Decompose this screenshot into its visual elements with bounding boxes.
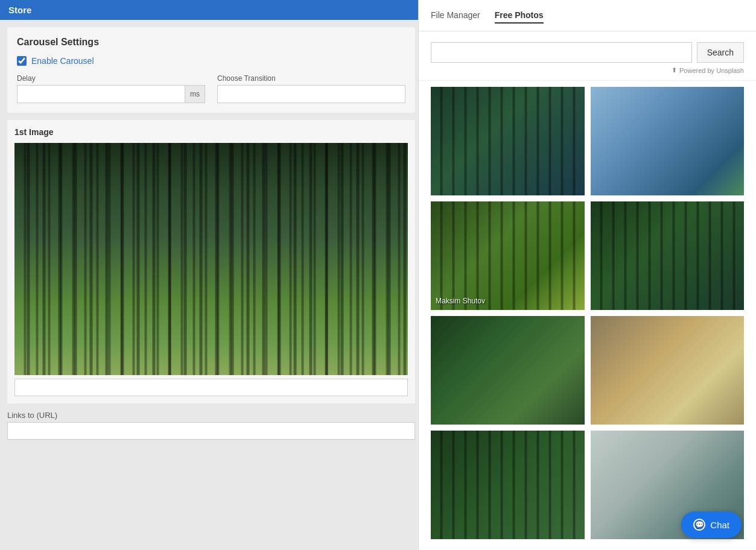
enable-carousel-label: Enable Carousel xyxy=(31,56,94,66)
photo-thumb-3[interactable]: Maksim Shutov xyxy=(431,201,585,310)
transition-label: Choose Transition xyxy=(217,74,405,83)
left-panel: Store Carousel Settings Enable Carousel … xyxy=(0,0,422,550)
enable-carousel-checkbox[interactable] xyxy=(17,56,27,66)
photo-thumb-5[interactable] xyxy=(431,316,585,425)
delay-transition-row: Delay 10000 ms Choose Transition fade xyxy=(17,74,405,103)
chat-icon: 💬 xyxy=(693,519,705,531)
search-input[interactable]: forest xyxy=(431,42,692,63)
first-image-section: 1st Image assets/images/Unsplash/unsplas… xyxy=(7,120,415,403)
photo-thumb-7[interactable] xyxy=(431,431,585,539)
top-bar: Store xyxy=(0,0,422,20)
image-path-input[interactable]: assets/images/Unsplash/unsplash_z_HDrTQx… xyxy=(14,379,408,396)
photo-author-3: Maksim Shutov xyxy=(436,297,485,305)
delay-field-group: Delay 10000 ms xyxy=(17,74,205,103)
search-row: forest Search xyxy=(431,42,744,63)
search-button[interactable]: Search xyxy=(697,42,744,63)
powered-by: ⬆ Powered by Unsplash xyxy=(431,66,744,74)
delay-suffix: ms xyxy=(185,86,205,103)
chat-label: Chat xyxy=(710,520,729,530)
photos-grid: Maksim Shutov xyxy=(419,81,756,550)
transition-input[interactable]: fade xyxy=(217,85,405,103)
links-to-label: Links to (URL) xyxy=(7,411,415,420)
transition-field-group: Choose Transition fade xyxy=(217,74,405,103)
header-tabs: File Manager Free Photos xyxy=(431,8,544,24)
photos-row-2: Maksim Shutov xyxy=(431,201,744,310)
photo-thumb-6[interactable] xyxy=(591,316,745,425)
enable-carousel-row: Enable Carousel xyxy=(17,56,405,66)
photo-thumb-1[interactable] xyxy=(431,87,585,195)
photo-thumb-4[interactable] xyxy=(591,201,745,310)
carousel-settings-section: Carousel Settings Enable Carousel Delay … xyxy=(7,27,415,113)
tab-file-manager[interactable]: File Manager xyxy=(431,8,480,24)
search-area: forest Search ⬆ Powered by Unsplash xyxy=(419,31,756,81)
tab-free-photos[interactable]: Free Photos xyxy=(495,8,544,24)
powered-by-text: Powered by Unsplash xyxy=(679,67,744,74)
image-preview[interactable] xyxy=(14,143,408,375)
photos-row-1 xyxy=(431,87,744,195)
right-header: File Manager Free Photos xyxy=(419,0,756,31)
photo-thumb-2[interactable] xyxy=(591,87,745,195)
upload-icon: ⬆ xyxy=(672,66,677,74)
right-panel: File Manager Free Photos forest Search ⬆… xyxy=(418,0,756,550)
delay-label: Delay xyxy=(17,74,205,83)
carousel-settings-title: Carousel Settings xyxy=(17,37,405,48)
store-button[interactable]: Store xyxy=(8,5,31,15)
photos-row-3 xyxy=(431,316,744,425)
delay-input[interactable]: 10000 xyxy=(17,86,185,103)
first-image-title: 1st Image xyxy=(14,127,408,137)
links-url-input[interactable]: admin/home_carousel.asp xyxy=(7,422,415,440)
chat-button[interactable]: 💬 Chat xyxy=(681,511,742,538)
delay-input-container: 10000 ms xyxy=(17,85,205,103)
